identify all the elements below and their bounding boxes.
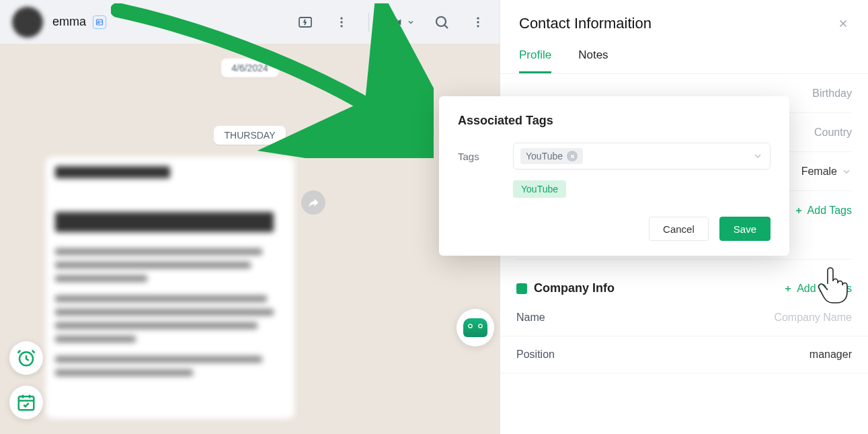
plus-icon	[794, 206, 803, 215]
svg-point-10	[477, 25, 479, 27]
header-actions	[296, 13, 487, 32]
message-bubble[interactable]	[46, 157, 294, 419]
section-icon	[516, 283, 527, 294]
company-name-label: Name	[516, 312, 545, 324]
company-title: Company Info	[534, 281, 615, 295]
reminder-button[interactable]	[9, 341, 43, 375]
svg-point-1	[97, 21, 99, 22]
chat-header: emma	[0, 0, 500, 44]
selected-tag-label: YouTube	[526, 151, 563, 161]
suggested-tag[interactable]: YouTube	[513, 180, 566, 198]
selected-tag: YouTube	[520, 148, 583, 164]
svg-point-8	[477, 17, 479, 19]
close-icon[interactable]	[837, 17, 849, 30]
add-tags-button[interactable]: Add Tags	[794, 205, 852, 217]
panel-tabs: Profile Notes	[500, 42, 868, 74]
plus-icon	[783, 284, 793, 293]
company-name-placeholder: Company Name	[774, 312, 852, 324]
save-button[interactable]: Save	[719, 217, 771, 241]
svg-point-7	[436, 17, 446, 26]
panel-title: Contact Informaition	[519, 15, 652, 32]
video-call-button[interactable]	[387, 15, 415, 29]
chevron-down-icon	[841, 166, 852, 177]
svg-rect-6	[390, 19, 398, 26]
contact-name[interactable]: emma	[52, 15, 86, 29]
search-icon[interactable]	[432, 13, 451, 32]
svg-rect-12	[19, 396, 34, 410]
svg-point-9	[477, 21, 479, 23]
contact-card-icon[interactable]	[93, 15, 106, 29]
country-placeholder: Country	[814, 126, 852, 139]
chat-body: 4/6/2024 THURSDAY	[0, 44, 500, 434]
company-section-header: Company Info Add Details	[500, 272, 868, 299]
company-position-value: manager	[810, 349, 852, 361]
company-name-row[interactable]: Name Company Name	[500, 299, 868, 336]
panel-header: Contact Informaition	[500, 0, 868, 42]
modal-title: Associated Tags	[458, 114, 771, 128]
chevron-down-icon	[752, 151, 763, 161]
kebab-icon-1[interactable]	[332, 13, 351, 32]
tags-select[interactable]: YouTube	[513, 143, 771, 170]
divider	[368, 13, 369, 32]
tab-notes[interactable]: Notes	[578, 42, 608, 73]
kebab-icon-2[interactable]	[469, 13, 487, 32]
svg-point-4	[340, 21, 342, 23]
tab-profile[interactable]: Profile	[519, 42, 551, 73]
svg-point-3	[340, 17, 342, 19]
schedule-button[interactable]	[9, 386, 43, 419]
remove-selected-tag-icon[interactable]	[567, 151, 578, 161]
chevron-down-icon	[407, 18, 415, 26]
gender-value: Female	[801, 166, 837, 178]
date-separator: THURSDAY	[214, 126, 286, 145]
company-position-row[interactable]: Position manager	[500, 336, 868, 373]
birthday-placeholder: Birthday	[812, 87, 852, 100]
associated-tags-modal: Associated Tags Tags YouTube YouTube Can…	[439, 96, 789, 256]
date-separator: 4/6/2024	[221, 59, 279, 77]
tags-label: Tags	[458, 151, 498, 162]
company-position-label: Position	[516, 349, 555, 361]
flash-screen-icon[interactable]	[296, 13, 315, 32]
bot-icon	[463, 318, 487, 337]
pointer-cursor-icon	[814, 264, 849, 305]
cancel-button[interactable]: Cancel	[649, 217, 709, 241]
forward-icon[interactable]	[301, 190, 325, 215]
svg-point-5	[340, 25, 342, 27]
chat-panel: emma 4/6/2024 THURSDAY	[0, 0, 500, 434]
bot-assistant-button[interactable]	[457, 309, 494, 347]
add-tags-label: Add Tags	[807, 205, 852, 217]
contact-avatar[interactable]	[12, 7, 43, 38]
